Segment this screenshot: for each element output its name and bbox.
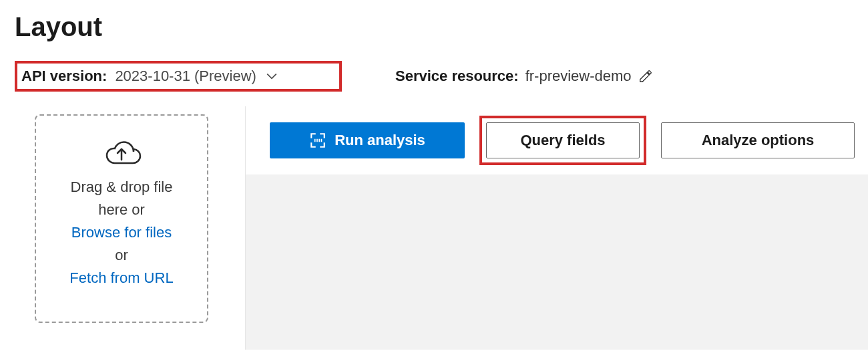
- browse-files-link[interactable]: Browse for files: [71, 221, 172, 244]
- drop-text-line1b: here or: [98, 199, 145, 221]
- api-version-label: API version:: [21, 68, 107, 85]
- query-fields-highlight: Query fields: [479, 116, 646, 165]
- query-fields-button[interactable]: Query fields: [486, 122, 640, 158]
- drop-text-or: or: [115, 244, 128, 267]
- api-version-value[interactable]: 2023-10-31 (Preview): [115, 68, 278, 85]
- right-panel: Run analysis Query fields Analyze option…: [245, 106, 868, 350]
- fetch-from-url-link[interactable]: Fetch from URL: [69, 267, 173, 289]
- analyze-options-label: Analyze options: [702, 132, 815, 149]
- cloud-upload-icon: [100, 132, 143, 166]
- chevron-down-icon: [266, 70, 278, 82]
- page-title: Layout: [15, 12, 868, 42]
- run-analysis-button[interactable]: Run analysis: [270, 122, 465, 158]
- run-analysis-label: Run analysis: [335, 132, 425, 149]
- service-resource-value: fr-preview-demo: [525, 68, 632, 85]
- toolbar: Run analysis Query fields Analyze option…: [246, 106, 868, 174]
- drop-text-line1a: Drag & drop file: [71, 176, 173, 199]
- service-resource-label: Service resource:: [395, 68, 519, 85]
- scan-icon: [309, 132, 327, 149]
- left-panel: Drag & drop file here or Browse for file…: [15, 106, 245, 323]
- api-version-text: 2023-10-31 (Preview): [115, 68, 256, 85]
- document-canvas[interactable]: [246, 174, 868, 350]
- query-fields-label: Query fields: [520, 132, 605, 149]
- meta-row: API version: 2023-10-31 (Preview) Servic…: [15, 61, 868, 92]
- service-resource-group: Service resource: fr-preview-demo: [395, 68, 653, 85]
- edit-icon[interactable]: [638, 69, 653, 84]
- content-row: Drag & drop file here or Browse for file…: [15, 106, 868, 350]
- api-version-selector[interactable]: API version: 2023-10-31 (Preview): [15, 61, 342, 92]
- analyze-options-button[interactable]: Analyze options: [661, 122, 855, 158]
- file-drop-zone[interactable]: Drag & drop file here or Browse for file…: [35, 114, 208, 323]
